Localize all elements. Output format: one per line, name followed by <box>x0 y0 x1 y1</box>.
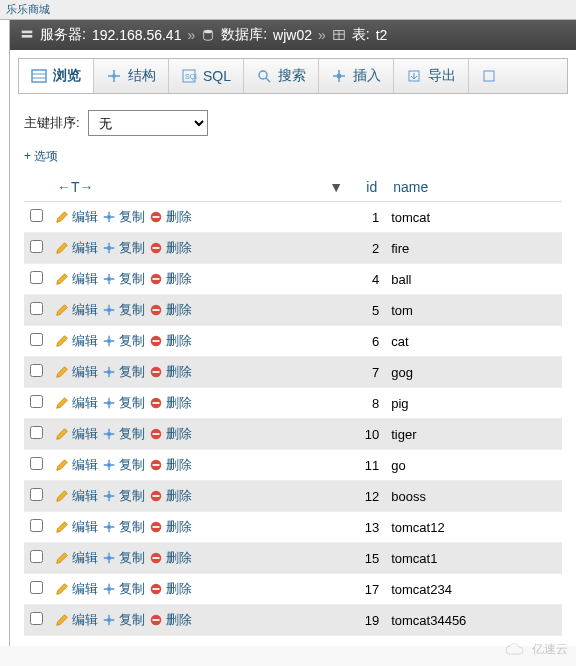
tab-browse[interactable]: 浏览 <box>19 59 94 93</box>
copy-icon <box>102 613 116 627</box>
db-name[interactable]: wjw02 <box>273 27 312 43</box>
row-checkbox[interactable] <box>30 581 43 594</box>
header-name[interactable]: name <box>385 173 562 202</box>
delete-label: 删除 <box>166 425 192 443</box>
copy-action[interactable]: 复制 <box>102 549 145 567</box>
copy-action[interactable]: 复制 <box>102 487 145 505</box>
header-id[interactable]: id <box>351 173 385 202</box>
delete-label: 删除 <box>166 580 192 598</box>
edit-action[interactable]: 编辑 <box>55 332 98 350</box>
svg-rect-26 <box>107 308 111 312</box>
delete-action[interactable]: 删除 <box>149 332 192 350</box>
name-cell: pig <box>385 388 562 419</box>
delete-action[interactable]: 删除 <box>149 270 192 288</box>
delete-action[interactable]: 删除 <box>149 611 192 629</box>
copy-action[interactable]: 复制 <box>102 270 145 288</box>
pencil-icon <box>55 551 69 565</box>
row-checkbox[interactable] <box>30 333 43 346</box>
svg-rect-53 <box>107 587 111 591</box>
delete-action[interactable]: 删除 <box>149 363 192 381</box>
chevron-down-icon[interactable]: ▼ <box>329 179 343 195</box>
tab-export[interactable]: 导出 <box>394 59 469 93</box>
row-checkbox[interactable] <box>30 209 43 222</box>
edit-action[interactable]: 编辑 <box>55 487 98 505</box>
delete-action[interactable]: 删除 <box>149 549 192 567</box>
delete-action[interactable]: 删除 <box>149 487 192 505</box>
name-cell: go <box>385 450 562 481</box>
tab-insert[interactable]: 插入 <box>319 59 394 93</box>
delete-action[interactable]: 删除 <box>149 518 192 536</box>
copy-action[interactable]: 复制 <box>102 332 145 350</box>
edit-action[interactable]: 编辑 <box>55 580 98 598</box>
name-cell: cat <box>385 326 562 357</box>
delete-label: 删除 <box>166 394 192 412</box>
row-checkbox[interactable] <box>30 457 43 470</box>
table-row: 编辑复制删除10tiger <box>24 419 562 450</box>
copy-action[interactable]: 复制 <box>102 208 145 226</box>
edit-action[interactable]: 编辑 <box>55 301 98 319</box>
table-row: 编辑复制删除15tomcat1 <box>24 543 562 574</box>
copy-action[interactable]: 复制 <box>102 239 145 257</box>
copy-action[interactable]: 复制 <box>102 611 145 629</box>
sort-select[interactable]: 无 <box>88 110 208 136</box>
edit-label: 编辑 <box>72 363 98 381</box>
copy-action[interactable]: 复制 <box>102 301 145 319</box>
copy-action[interactable]: 复制 <box>102 518 145 536</box>
pencil-icon <box>55 427 69 441</box>
table-name[interactable]: t2 <box>376 27 388 43</box>
header-row-actions[interactable]: ←T→ ▼ <box>49 173 351 202</box>
row-checkbox[interactable] <box>30 426 43 439</box>
svg-rect-40 <box>153 433 160 435</box>
edit-action[interactable]: 编辑 <box>55 611 98 629</box>
delete-icon <box>149 551 163 565</box>
row-checkbox[interactable] <box>30 240 43 253</box>
copy-action[interactable]: 复制 <box>102 425 145 443</box>
import-icon <box>481 68 497 84</box>
delete-action[interactable]: 删除 <box>149 580 192 598</box>
tab-more[interactable] <box>469 59 509 93</box>
delete-action[interactable]: 删除 <box>149 425 192 443</box>
delete-action[interactable]: 删除 <box>149 208 192 226</box>
tab-search[interactable]: 搜索 <box>244 59 319 93</box>
server-name[interactable]: 192.168.56.41 <box>92 27 182 43</box>
id-cell: 11 <box>351 450 385 481</box>
svg-rect-37 <box>153 402 160 404</box>
edit-action[interactable]: 编辑 <box>55 456 98 474</box>
delete-label: 删除 <box>166 208 192 226</box>
delete-action[interactable]: 删除 <box>149 456 192 474</box>
tab-structure[interactable]: 结构 <box>94 59 169 93</box>
edit-action[interactable]: 编辑 <box>55 239 98 257</box>
edit-action[interactable]: 编辑 <box>55 425 98 443</box>
row-checkbox[interactable] <box>30 519 43 532</box>
watermark-text: 亿速云 <box>532 641 568 646</box>
edit-action[interactable]: 编辑 <box>55 363 98 381</box>
row-checkbox[interactable] <box>30 550 43 563</box>
database-icon <box>201 28 215 42</box>
row-checkbox[interactable] <box>30 395 43 408</box>
edit-action[interactable]: 编辑 <box>55 208 98 226</box>
edit-action[interactable]: 编辑 <box>55 394 98 412</box>
sql-icon: SQL <box>181 68 197 84</box>
delete-label: 删除 <box>166 239 192 257</box>
tab-sql[interactable]: SQL SQL <box>169 59 244 93</box>
copy-action[interactable]: 复制 <box>102 580 145 598</box>
copy-icon <box>102 303 116 317</box>
row-checkbox[interactable] <box>30 302 43 315</box>
row-checkbox[interactable] <box>30 271 43 284</box>
row-checkbox[interactable] <box>30 612 43 625</box>
row-checkbox[interactable] <box>30 364 43 377</box>
edit-action[interactable]: 编辑 <box>55 518 98 536</box>
tab-structure-label: 结构 <box>128 67 156 85</box>
copy-action[interactable]: 复制 <box>102 394 145 412</box>
copy-icon <box>102 396 116 410</box>
edit-action[interactable]: 编辑 <box>55 549 98 567</box>
delete-action[interactable]: 删除 <box>149 239 192 257</box>
row-checkbox[interactable] <box>30 488 43 501</box>
delete-action[interactable]: 删除 <box>149 394 192 412</box>
edit-action[interactable]: 编辑 <box>55 270 98 288</box>
copy-action[interactable]: 复制 <box>102 363 145 381</box>
svg-rect-25 <box>153 278 160 280</box>
options-link[interactable]: + 选项 <box>10 144 576 173</box>
delete-action[interactable]: 删除 <box>149 301 192 319</box>
copy-action[interactable]: 复制 <box>102 456 145 474</box>
